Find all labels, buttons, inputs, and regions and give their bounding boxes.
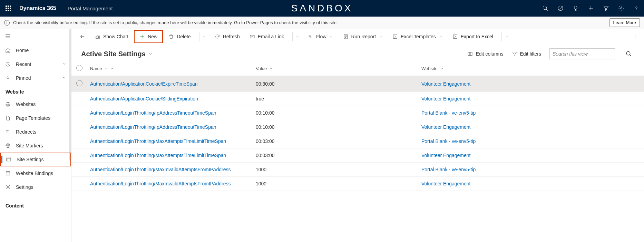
brand-label[interactable]: Dynamics 365 xyxy=(19,5,56,11)
sidebar-item-website-bindings[interactable]: Website Bindings xyxy=(0,166,71,180)
row-select-cell[interactable] xyxy=(71,76,87,92)
show-chart-button[interactable]: Show Chart xyxy=(90,29,133,44)
waffle-icon xyxy=(6,6,11,11)
website-link[interactable]: Volunteer Engagement xyxy=(421,153,470,158)
website-link[interactable]: Portal Blank - ve-env5-tip xyxy=(421,138,476,144)
edit-columns-button[interactable]: Edit columns xyxy=(467,51,503,57)
learn-more-button[interactable]: Learn More xyxy=(609,18,640,27)
row-select-cell[interactable] xyxy=(71,92,87,106)
select-all-header[interactable] xyxy=(71,61,87,76)
delete-button[interactable]: Delete xyxy=(164,29,195,44)
svg-point-6 xyxy=(621,8,622,9)
search-view-box[interactable] xyxy=(549,48,615,59)
sidebar-item-site-markers[interactable]: Site Markers xyxy=(0,139,71,153)
flow-button[interactable]: Flow xyxy=(303,29,338,44)
radio-icon xyxy=(76,65,82,71)
add-button[interactable] xyxy=(583,0,598,17)
help-button[interactable] xyxy=(629,0,644,17)
export-split-button[interactable] xyxy=(498,29,512,44)
name-link[interactable]: Authentication/ApplicationCookie/ExpireT… xyxy=(90,81,198,87)
col-header-website[interactable]: Website xyxy=(419,61,644,76)
table-row[interactable]: Authentication/LoginThrottling/IpAddress… xyxy=(71,106,644,120)
sidebar-item-label: Site Settings xyxy=(17,157,44,162)
table-row[interactable]: Authentication/ApplicationCookie/Sliding… xyxy=(71,92,644,106)
plus-icon xyxy=(139,34,145,39)
website-link[interactable]: Volunteer Engagement xyxy=(421,181,470,186)
back-button[interactable] xyxy=(75,29,90,44)
sidebar-item-redirects[interactable]: Redirects xyxy=(0,125,71,139)
ideas-button[interactable] xyxy=(568,0,583,17)
excel-templates-button[interactable]: Excel Templates xyxy=(388,29,448,44)
row-select-cell[interactable] xyxy=(71,120,87,134)
name-link[interactable]: Authentication/ApplicationCookie/Sliding… xyxy=(90,96,198,101)
assistant-button[interactable] xyxy=(553,0,568,17)
website-link[interactable]: Portal Blank - ve-env5-tip xyxy=(421,110,476,116)
edit-filters-button[interactable]: Edit filters xyxy=(512,51,541,57)
sidebar-toggle[interactable] xyxy=(0,29,71,43)
row-select-cell[interactable] xyxy=(71,148,87,163)
name-link[interactable]: Authentication/LoginThrottling/IpAddress… xyxy=(90,110,216,116)
filter-button[interactable] xyxy=(598,0,614,17)
svg-line-43 xyxy=(630,55,631,56)
app-name-label[interactable]: Portal Management xyxy=(68,6,113,11)
search-icon xyxy=(626,51,632,57)
refresh-button[interactable]: Refresh xyxy=(210,29,245,44)
arrow-left-icon xyxy=(79,33,86,40)
name-link[interactable]: Authentication/LoginThrottling/MaxInvail… xyxy=(90,181,231,186)
table-body: Authentication/ApplicationCookie/ExpireT… xyxy=(71,76,644,191)
name-link[interactable]: Authentication/LoginThrottling/IpAddress… xyxy=(90,124,216,130)
row-select-cell[interactable] xyxy=(71,163,87,177)
row-select-cell[interactable] xyxy=(71,106,87,120)
website-link[interactable]: Volunteer Engagement xyxy=(421,81,470,87)
cell-name: Authentication/LoginThrottling/IpAddress… xyxy=(87,120,253,134)
chevron-down-icon xyxy=(439,35,443,39)
delete-split-button[interactable] xyxy=(196,29,210,44)
sidebar-item-page-templates[interactable]: Page Templates xyxy=(0,111,71,125)
website-link[interactable]: Volunteer Engagement xyxy=(421,124,470,130)
cell-value: 00:30:00 xyxy=(253,76,419,92)
run-report-button[interactable]: Run Report xyxy=(338,29,388,44)
environment-badge: SANDBOX xyxy=(291,3,353,14)
sidebar-item-recent[interactable]: Recent xyxy=(0,57,71,71)
cmd-label: New xyxy=(148,34,157,39)
sidebar-item-home[interactable]: Home xyxy=(0,43,71,57)
table-row[interactable]: Authentication/ApplicationCookie/ExpireT… xyxy=(71,76,644,92)
search-view-button[interactable] xyxy=(623,48,634,59)
table-row[interactable]: Authentication/LoginThrottling/IpAddress… xyxy=(71,120,644,134)
settings-button[interactable] xyxy=(614,0,629,17)
app-launcher-button[interactable] xyxy=(0,0,17,17)
table-row[interactable]: Authentication/LoginThrottling/MaxAttemp… xyxy=(71,148,644,163)
name-link[interactable]: Authentication/LoginThrottling/MaxInvail… xyxy=(90,167,231,172)
globe-icon xyxy=(5,143,11,149)
cell-value: 00:10:00 xyxy=(253,106,419,120)
email-link-button[interactable]: Email a Link xyxy=(245,29,289,44)
view-selector[interactable]: Active Site Settings xyxy=(81,50,153,58)
table-row[interactable]: Authentication/LoginThrottling/MaxInvail… xyxy=(71,163,644,177)
svg-point-23 xyxy=(7,186,9,188)
search-button[interactable] xyxy=(538,0,553,17)
name-link[interactable]: Authentication/LoginThrottling/MaxAttemp… xyxy=(90,138,226,144)
sidebar-item-pinned[interactable]: Pinned xyxy=(0,71,71,85)
name-link[interactable]: Authentication/LoginThrottling/MaxAttemp… xyxy=(90,153,226,158)
table-row[interactable]: Authentication/LoginThrottling/MaxAttemp… xyxy=(71,134,644,148)
col-header-value[interactable]: Value xyxy=(253,61,419,76)
table-row[interactable]: Authentication/LoginThrottling/MaxInvail… xyxy=(71,177,644,191)
website-link[interactable]: Volunteer Engagement xyxy=(421,96,470,101)
excel-icon xyxy=(392,34,398,39)
sidebar-item-site-settings[interactable]: Site Settings xyxy=(0,153,71,166)
global-header: Dynamics 365 Portal Management SANDBOX xyxy=(0,0,644,17)
row-select-cell[interactable] xyxy=(71,134,87,148)
col-header-name[interactable]: Name xyxy=(87,61,253,76)
cmd-label: Export to Excel xyxy=(461,34,493,39)
website-link[interactable]: Portal Blank - ve-env5-tip xyxy=(421,167,476,172)
lightbulb-icon xyxy=(573,5,579,11)
new-button[interactable]: New xyxy=(134,30,163,43)
sidebar-item-settings[interactable]: Settings xyxy=(0,180,71,194)
row-select-cell[interactable] xyxy=(71,177,87,191)
email-split-button[interactable] xyxy=(289,29,303,44)
export-excel-button[interactable]: Export to Excel xyxy=(448,29,498,44)
sort-asc-icon xyxy=(104,67,108,70)
search-input[interactable] xyxy=(553,51,614,57)
sidebar-item-websites[interactable]: Websites xyxy=(0,97,71,111)
overflow-button[interactable] xyxy=(630,34,641,39)
